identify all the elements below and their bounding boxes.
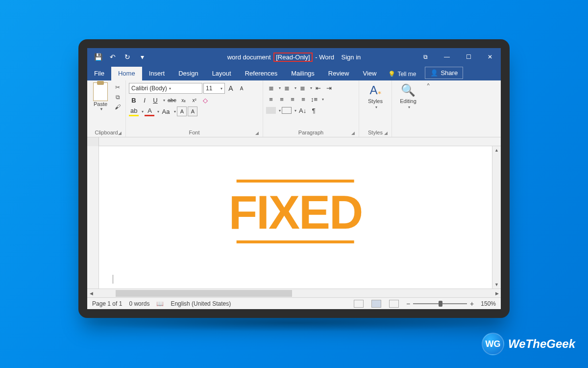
clipboard-dialog-launcher[interactable]: ◢ (118, 131, 122, 135)
redo-button[interactable]: ↻ (121, 50, 134, 64)
show-marks-button[interactable]: ¶ (309, 105, 318, 115)
tell-me-label: Tell me (397, 71, 416, 78)
multilevel-list-button[interactable]: ≣ (297, 83, 307, 93)
styles-button[interactable]: A⁎ Styles ▾ (362, 81, 389, 109)
char-border-button[interactable]: A (188, 106, 197, 116)
text-effects-button[interactable]: A (177, 106, 187, 116)
increase-indent-button[interactable]: ⇥ (324, 83, 334, 93)
save-button[interactable]: 💾 (91, 50, 105, 64)
justify-button[interactable]: ≡ (298, 94, 308, 104)
cut-button[interactable]: ✂ (113, 83, 122, 91)
editing-button[interactable]: 🔍 Editing ▾ (395, 81, 421, 109)
horizontal-ruler[interactable] (87, 137, 501, 146)
tab-references[interactable]: References (238, 67, 284, 80)
scroll-right-arrow-icon[interactable]: ▶ (493, 291, 501, 296)
tab-review[interactable]: Review (321, 67, 356, 80)
format-painter-button[interactable]: 🖌 (113, 103, 122, 111)
horizontal-scrollbar[interactable]: ◀ ▶ (87, 289, 501, 297)
chevron-down-icon: ▼ (99, 107, 103, 111)
align-left-button[interactable]: ≡ (266, 94, 276, 104)
vertical-scrollbar[interactable]: ▲ ▼ (492, 146, 501, 289)
shading-button[interactable] (266, 107, 276, 114)
h-scroll-track[interactable] (96, 290, 492, 297)
styles-group-text: Styles (368, 130, 383, 135)
h-scroll-thumb[interactable] (116, 290, 292, 297)
doc-name: word document (227, 53, 271, 61)
paste-button[interactable]: Paste ▼ (90, 81, 111, 111)
borders-button[interactable] (282, 107, 292, 114)
tab-view[interactable]: View (356, 67, 383, 80)
tab-insert[interactable]: Insert (142, 67, 172, 80)
page-canvas[interactable]: FIXED (99, 146, 492, 289)
spellcheck-icon[interactable]: 📖 (156, 300, 164, 307)
tab-design[interactable]: Design (172, 67, 205, 80)
align-right-button[interactable]: ≡ (288, 94, 297, 104)
chevron-down-icon: ▾ (169, 86, 171, 91)
highlight-color-button[interactable]: ab (129, 106, 139, 116)
undo-button[interactable]: ↶ (106, 50, 120, 64)
clear-formatting-button[interactable]: ◇ (200, 95, 210, 105)
chevron-down-icon: ▾ (279, 108, 281, 113)
ribbon: Paste ▼ ✂ ⧉ 🖌 Clipboard ◢ (87, 80, 501, 137)
tab-home[interactable]: Home (111, 67, 142, 80)
sort-button[interactable]: A↓ (297, 105, 308, 115)
chevron-down-icon: ▾ (408, 105, 410, 109)
zoom-slider[interactable]: − + (406, 300, 474, 308)
zoom-out-button[interactable]: − (406, 300, 410, 308)
language-indicator[interactable]: English (United States) (171, 300, 231, 307)
scroll-left-arrow-icon[interactable]: ◀ (87, 291, 95, 296)
vertical-ruler[interactable] (87, 146, 99, 289)
read-mode-button[interactable] (354, 300, 364, 308)
app-window: 💾 ↶ ↻ ▾ word document [Read-Only] - Word… (87, 48, 501, 309)
tab-file[interactable]: File (87, 67, 111, 80)
collapse-ribbon-button[interactable]: ^ (424, 80, 432, 137)
zoom-track[interactable] (413, 303, 467, 304)
close-button[interactable]: ✕ (479, 48, 501, 66)
sign-in-link[interactable]: Sign in (342, 53, 361, 61)
chevron-down-icon: ▾ (294, 108, 296, 113)
align-center-button[interactable]: ≡ (277, 94, 287, 104)
shrink-font-button[interactable]: A (237, 83, 246, 93)
italic-button[interactable]: I (140, 95, 149, 105)
minimize-button[interactable]: — (436, 48, 458, 66)
font-size-combo[interactable]: 11 ▾ (203, 83, 225, 94)
zoom-level[interactable]: 150% (481, 300, 496, 307)
find-icon: 🔍 (401, 83, 416, 97)
web-layout-button[interactable] (389, 300, 399, 308)
styles-dialog-launcher[interactable]: ◢ (384, 131, 388, 135)
tell-me-search[interactable]: 💡 Tell me (383, 68, 421, 80)
readonly-badge: [Read-Only] (273, 53, 312, 62)
group-font: Calibri (Body) ▾ 11 ▾ A A B (126, 80, 263, 137)
bullets-button[interactable]: ≣ (266, 83, 276, 93)
underline-button[interactable]: U (150, 95, 160, 105)
superscript-button[interactable]: x² (190, 95, 199, 105)
line-spacing-button[interactable]: ↕≡ (309, 94, 319, 104)
change-case-button[interactable]: Aa (160, 106, 171, 116)
ruler-corner (87, 137, 99, 146)
scroll-up-arrow-icon[interactable]: ▲ (494, 146, 499, 154)
grow-font-button[interactable]: A (226, 83, 236, 93)
zoom-in-button[interactable]: + (470, 300, 474, 308)
ribbon-display-button[interactable]: ⧉ (415, 48, 436, 66)
share-button[interactable]: 👤 Share (425, 67, 463, 79)
font-dialog-launcher[interactable]: ◢ (255, 131, 259, 135)
print-layout-button[interactable] (371, 300, 381, 308)
strikethrough-button[interactable]: abc (166, 95, 178, 105)
tab-mailings[interactable]: Mailings (284, 67, 321, 80)
numbering-button[interactable]: ≣ (282, 83, 292, 93)
paragraph-dialog-launcher[interactable]: ◢ (351, 131, 355, 135)
chevron-down-icon: ▾ (157, 109, 159, 114)
page-indicator[interactable]: Page 1 of 1 (92, 300, 122, 307)
word-count[interactable]: 0 words (129, 300, 149, 307)
tablet-frame: 💾 ↶ ↻ ▾ word document [Read-Only] - Word… (78, 39, 510, 318)
bold-button[interactable]: B (129, 95, 139, 105)
copy-button[interactable]: ⧉ (113, 93, 122, 101)
decrease-indent-button[interactable]: ⇤ (313, 83, 323, 93)
font-color-button[interactable]: A (145, 106, 154, 116)
font-family-combo[interactable]: Calibri (Body) ▾ (129, 83, 202, 94)
qat-customise-button[interactable]: ▾ (135, 50, 149, 64)
subscript-button[interactable]: x₂ (179, 95, 189, 105)
tab-layout[interactable]: Layout (205, 67, 238, 80)
scroll-down-arrow-icon[interactable]: ▼ (494, 281, 499, 289)
maximize-button[interactable]: ☐ (458, 48, 479, 66)
